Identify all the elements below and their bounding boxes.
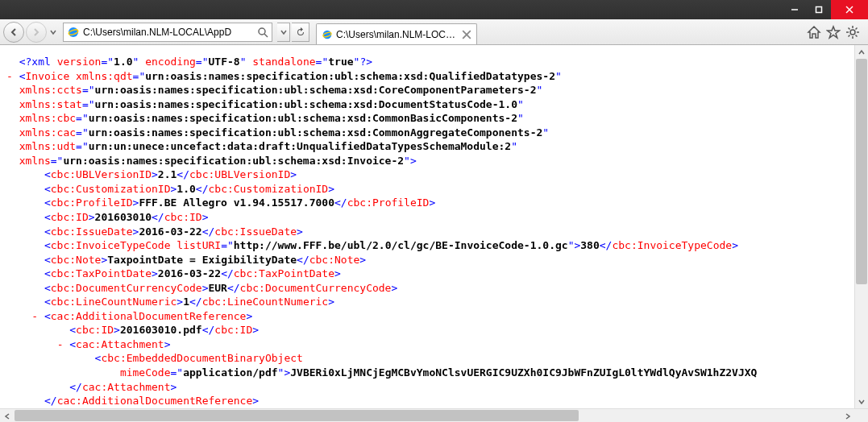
horizontal-scrollbar[interactable]	[0, 408, 868, 422]
svg-line-7	[264, 34, 268, 37]
search-icon[interactable]	[257, 27, 268, 38]
tab-title: C:\Users\milan.NLM-LOCA...	[336, 29, 459, 40]
vertical-scrollbar[interactable]	[854, 45, 868, 408]
home-icon[interactable]	[807, 25, 821, 39]
ie-logo-icon	[322, 29, 333, 40]
favorites-icon[interactable]	[826, 25, 841, 39]
tab-strip: C:\Users\milan.NLM-LOCA...	[316, 19, 805, 44]
address-bar[interactable]	[63, 23, 272, 42]
maximize-button[interactable]	[807, 0, 831, 19]
svg-point-12	[850, 30, 855, 35]
tab-active[interactable]: C:\Users\milan.NLM-LOCA...	[316, 23, 477, 44]
address-input[interactable]	[83, 27, 255, 38]
vertical-scroll-thumb[interactable]	[856, 59, 867, 284]
toolbar: C:\Users\milan.NLM-LOCA...	[0, 19, 868, 45]
address-dropdown[interactable]	[277, 23, 290, 42]
back-button[interactable]	[3, 22, 24, 43]
window-titlebar	[0, 0, 868, 19]
nav-history-dropdown[interactable]	[48, 22, 58, 43]
tab-close-icon[interactable]	[462, 30, 471, 39]
svg-point-6	[259, 28, 265, 35]
ie-logo-icon	[67, 26, 80, 39]
forward-button[interactable]	[26, 22, 47, 43]
horizontal-scroll-thumb[interactable]	[15, 410, 579, 421]
svg-rect-1	[816, 7, 822, 13]
scroll-up-button[interactable]	[855, 45, 868, 59]
close-button[interactable]	[831, 0, 868, 19]
scroll-left-button[interactable]	[0, 409, 14, 422]
scroll-right-button[interactable]	[841, 409, 854, 422]
scrollbar-corner	[854, 409, 868, 422]
toolbar-right-icons	[807, 25, 865, 39]
scroll-down-button[interactable]	[855, 395, 868, 408]
content-area: <?xml version="1.0" encoding="UTF-8" sta…	[0, 45, 868, 422]
tools-icon[interactable]	[845, 25, 860, 39]
xml-viewer: <?xml version="1.0" encoding="UTF-8" sta…	[0, 45, 868, 422]
refresh-button[interactable]	[292, 23, 309, 42]
minimize-button[interactable]	[783, 0, 807, 19]
browser-window: C:\Users\milan.NLM-LOCA... <?xml version…	[0, 0, 868, 422]
